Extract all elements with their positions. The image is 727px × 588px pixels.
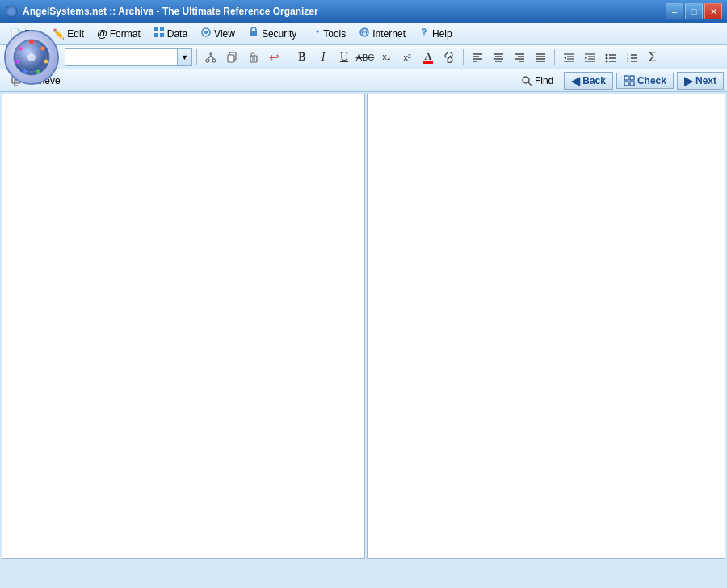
increase-indent-button[interactable]	[580, 48, 599, 66]
security-icon	[248, 27, 259, 40]
paste-icon	[247, 52, 258, 63]
edit-icon: ✏️	[53, 28, 65, 40]
toolbar2-right: Find ◀ Back Check ▶ Next	[514, 72, 724, 90]
svg-rect-5	[160, 33, 164, 37]
copy-icon	[226, 52, 237, 63]
increase-indent-icon	[584, 52, 595, 63]
sum-button[interactable]: Σ	[643, 48, 662, 66]
align-center-icon	[493, 52, 504, 63]
strikethrough-button[interactable]: ABC	[355, 48, 375, 66]
copy-button[interactable]	[222, 48, 242, 66]
secondary-toolbar: Retrieve Find ◀ Back Check	[0, 69, 727, 92]
undo-button[interactable]: ↩	[264, 48, 284, 66]
menu-internet[interactable]: Internet	[352, 24, 412, 43]
font-name-input[interactable]: Times New Roman	[65, 48, 178, 66]
internet-icon	[359, 27, 370, 40]
svg-point-1	[8, 8, 15, 15]
menu-data[interactable]: Data	[147, 24, 194, 43]
svg-rect-30	[228, 55, 234, 62]
bullet-list-button[interactable]	[601, 48, 620, 66]
svg-point-12	[423, 35, 425, 36]
format-icon: @	[97, 27, 107, 40]
align-right-icon	[514, 52, 525, 63]
app-logo	[4, 30, 59, 85]
content-area	[0, 92, 727, 561]
svg-line-77	[528, 82, 532, 86]
align-center-button[interactable]	[489, 48, 508, 66]
check-icon	[624, 75, 635, 86]
font-color-button[interactable]: A	[418, 48, 438, 66]
close-button[interactable]: ✕	[704, 3, 722, 19]
menu-bar: 📄 File ✏️ Edit @ Format Data View Securi…	[0, 23, 727, 45]
font-selector[interactable]: Times New Roman ▼	[65, 48, 192, 66]
hyperlink-button[interactable]	[439, 48, 459, 66]
cut-icon	[205, 52, 216, 63]
menu-edit[interactable]: ✏️ Edit	[46, 26, 90, 42]
maximize-button[interactable]: □	[685, 3, 703, 19]
svg-rect-3	[160, 27, 164, 32]
back-arrow-icon: ◀	[571, 74, 580, 87]
right-panel[interactable]	[367, 94, 725, 559]
toolbar-separator-1	[196, 49, 197, 65]
menu-tools[interactable]: Tools	[303, 24, 352, 43]
svg-point-16	[44, 59, 48, 63]
view-icon	[200, 27, 212, 40]
svg-point-76	[523, 77, 529, 83]
cut-button[interactable]	[201, 48, 221, 66]
align-right-button[interactable]	[510, 48, 529, 66]
title-bar: AngelSystems.net :: Archiva - The Ultima…	[0, 0, 727, 23]
svg-point-14	[29, 40, 34, 44]
decrease-indent-icon	[563, 52, 574, 63]
italic-button[interactable]: I	[313, 48, 333, 66]
toolbar-separator-4	[554, 49, 555, 65]
svg-rect-82	[630, 82, 634, 86]
svg-marker-55	[564, 57, 566, 59]
toolbar-separator-3	[463, 49, 464, 65]
svg-rect-8	[250, 31, 257, 36]
left-panel[interactable]	[2, 94, 365, 559]
svg-point-7	[204, 31, 208, 34]
decrease-indent-button[interactable]	[559, 48, 578, 66]
svg-point-62	[606, 57, 608, 59]
justify-button[interactable]	[531, 48, 550, 66]
underline-button[interactable]: U	[334, 48, 354, 66]
title-bar-controls: – □ ✕	[666, 3, 722, 19]
subscript-button[interactable]: x₂	[376, 48, 396, 66]
title-bar-left: AngelSystems.net :: Archiva - The Ultima…	[5, 5, 318, 18]
paste-button[interactable]	[243, 48, 263, 66]
window-title: AngelSystems.net :: Archiva - The Ultima…	[23, 6, 318, 17]
next-arrow-icon: ▶	[684, 74, 693, 87]
next-button[interactable]: ▶ Next	[677, 72, 724, 90]
menu-view[interactable]: View	[194, 24, 242, 43]
menu-security[interactable]: Security	[242, 24, 303, 43]
svg-rect-2	[154, 27, 158, 32]
bold-button[interactable]: B	[292, 48, 312, 66]
align-left-button[interactable]	[468, 48, 487, 66]
font-color-icon: A	[423, 51, 433, 64]
back-button[interactable]: ◀ Back	[564, 72, 613, 90]
font-dropdown-button[interactable]: ▼	[178, 48, 192, 66]
svg-point-24	[212, 59, 216, 62]
svg-rect-79	[624, 76, 628, 80]
main-toolbar: Times New Roman ▼ ↩ B I	[0, 45, 727, 69]
number-list-button[interactable]: 1. 2. 3.	[622, 48, 641, 66]
hyperlink-icon	[443, 52, 455, 63]
superscript-button[interactable]: x²	[397, 48, 417, 66]
svg-rect-4	[154, 33, 158, 37]
find-button[interactable]: Find	[514, 73, 561, 89]
menu-format[interactable]: @ Format	[90, 25, 147, 42]
minimize-button[interactable]: –	[666, 3, 683, 19]
menu-help[interactable]: Help	[412, 24, 459, 43]
bullet-list-icon	[605, 52, 616, 63]
svg-line-25	[208, 56, 211, 59]
svg-line-26	[211, 56, 214, 59]
svg-point-17	[36, 69, 40, 74]
justify-icon	[535, 52, 546, 63]
svg-point-63	[606, 60, 608, 62]
app-icon	[5, 5, 18, 18]
toolbar-separator-2	[288, 49, 288, 65]
svg-point-21	[27, 53, 36, 61]
check-button[interactable]: Check	[616, 73, 674, 89]
svg-rect-32	[251, 53, 254, 56]
svg-point-61	[606, 53, 608, 56]
